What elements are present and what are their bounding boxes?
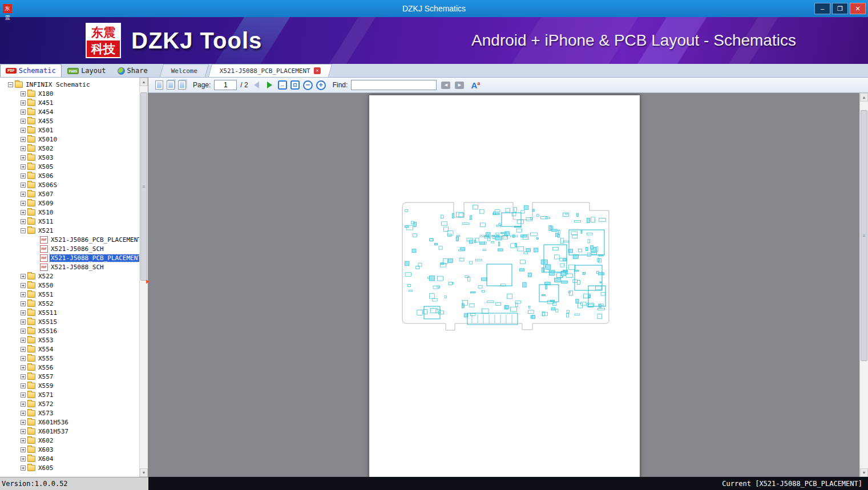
tree-item-folder[interactable]: +X502	[0, 144, 139, 153]
single-page-icon[interactable]	[155, 80, 163, 90]
tree-item-folder[interactable]: +X509	[0, 199, 139, 208]
viewer-scrollbar[interactable]: ▲ ≡ ▼	[859, 93, 868, 477]
expand-icon[interactable]: +	[21, 465, 26, 471]
expand-icon[interactable]: +	[21, 374, 26, 379]
expand-icon[interactable]: +	[21, 155, 26, 160]
expand-icon[interactable]: +	[21, 319, 26, 325]
tree-item-folder[interactable]: +X506	[0, 171, 139, 180]
previous-page-button[interactable]	[254, 82, 259, 88]
tree-item-folder[interactable]: +X573	[0, 408, 139, 418]
collapse-icon[interactable]: −	[8, 82, 13, 87]
tab-share[interactable]: Share	[112, 64, 154, 77]
tree-item-folder[interactable]: +X5010	[0, 135, 139, 144]
next-page-button[interactable]	[267, 82, 272, 88]
expand-icon[interactable]: +	[21, 146, 26, 151]
expand-icon[interactable]: +	[21, 310, 26, 315]
tree-item-folder[interactable]: +X571	[0, 390, 139, 399]
sidebar-scrollbar[interactable]: ▲ ≡ ▼	[139, 78, 148, 477]
expand-icon[interactable]: +	[21, 420, 26, 425]
tab-layout[interactable]: PADS Layout	[62, 64, 112, 77]
tree-item-folder[interactable]: +X604	[0, 454, 139, 463]
maximize-button[interactable]: ❐	[832, 3, 848, 14]
expand-icon[interactable]: +	[21, 383, 26, 388]
fit-page-icon[interactable]: ⊡	[290, 80, 300, 90]
tree-item-folder[interactable]: +X556	[0, 363, 139, 372]
expand-icon[interactable]: +	[21, 201, 26, 206]
expand-icon[interactable]: +	[21, 329, 26, 334]
zoom-out-button[interactable]: −	[303, 80, 313, 90]
tree-item-folder[interactable]: +X602	[0, 436, 139, 445]
doc-tab-placement[interactable]: X521-J5088_PCB_PLACEMENT ✕	[208, 64, 333, 77]
tree-item-folder[interactable]: +X550	[0, 281, 139, 290]
expand-icon[interactable]: +	[21, 274, 26, 279]
tree-item-folder[interactable]: +X572	[0, 399, 139, 408]
tree-item-pdf[interactable]: PDFX521-J5088_SCH	[0, 262, 139, 272]
tree-item-folder[interactable]: +X552	[0, 299, 139, 308]
tree-item-folder[interactable]: +X505	[0, 162, 139, 171]
tree-item-folder[interactable]: +X511	[0, 217, 139, 226]
expand-icon[interactable]: +	[21, 100, 26, 106]
tree-item-folder[interactable]: +X510	[0, 208, 139, 217]
fit-width-icon[interactable]: ↔	[278, 80, 287, 90]
expand-icon[interactable]: +	[21, 356, 26, 361]
scroll-down-icon[interactable]: ▼	[860, 468, 868, 477]
tree-item-folder[interactable]: +X559	[0, 381, 139, 390]
tree-item-folder[interactable]: +X557	[0, 372, 139, 381]
collapse-icon[interactable]: −	[21, 228, 26, 233]
tree-item-folder[interactable]: +X554	[0, 345, 139, 354]
minimize-button[interactable]: –	[814, 3, 830, 14]
expand-icon[interactable]: +	[21, 347, 26, 352]
close-tab-icon[interactable]: ✕	[314, 67, 321, 74]
scroll-up-icon[interactable]: ▲	[860, 93, 868, 102]
tree-item-folder[interactable]: +X551	[0, 290, 139, 299]
facing-pages-icon[interactable]	[167, 80, 175, 90]
scroll-up-icon[interactable]: ▲	[140, 78, 148, 86]
expand-icon[interactable]: +	[21, 301, 26, 306]
tree-item-folder[interactable]: +X5511	[0, 308, 139, 317]
tree-item-folder[interactable]: +X180	[0, 89, 139, 98]
expand-icon[interactable]: +	[21, 292, 26, 297]
tree-item-folder[interactable]: +X506S	[0, 180, 139, 189]
tree-item-folder[interactable]: +X603	[0, 445, 139, 454]
tree-item-folder[interactable]: +X5515	[0, 317, 139, 326]
tree-item-pdf[interactable]: PDFX521-J5088_PCB_PLACEMENT	[0, 253, 139, 262]
tree-root[interactable]: −INFINIX Schematic	[0, 80, 139, 89]
expand-icon[interactable]: +	[21, 173, 26, 179]
tree-item-folder[interactable]: +X454	[0, 107, 139, 116]
expand-icon[interactable]: +	[21, 283, 26, 288]
tree-item-folder[interactable]: +X5516	[0, 326, 139, 335]
tree-item-folder[interactable]: +X605	[0, 463, 139, 472]
expand-icon[interactable]: +	[21, 392, 26, 398]
tree-item-folder[interactable]: +X601H537	[0, 427, 139, 436]
expand-icon[interactable]: +	[21, 110, 26, 115]
close-button[interactable]: ✕	[850, 3, 866, 14]
page-input[interactable]	[214, 80, 237, 90]
tree-item-folder[interactable]: −X521	[0, 226, 139, 235]
font-size-icon[interactable]: Aa	[471, 81, 480, 90]
find-input[interactable]	[351, 80, 437, 90]
find-previous-icon[interactable]: ◀	[441, 82, 450, 89]
find-next-icon[interactable]: ▶	[455, 82, 464, 89]
tree-item-folder[interactable]: +X555	[0, 354, 139, 363]
expand-icon[interactable]: +	[21, 164, 26, 169]
viewer-scroll-thumb[interactable]: ≡	[861, 110, 867, 361]
scroll-down-icon[interactable]: ▼	[140, 468, 148, 477]
sidebar-scroll-thumb[interactable]: ≡	[140, 92, 147, 281]
expand-icon[interactable]: +	[21, 119, 26, 124]
expand-icon[interactable]: +	[21, 411, 26, 416]
expand-icon[interactable]: +	[21, 192, 26, 197]
panel-collapse-icon[interactable]: ►	[145, 278, 151, 284]
expand-icon[interactable]: +	[21, 402, 26, 407]
tree-item-folder[interactable]: +X507	[0, 189, 139, 199]
tree-item-folder[interactable]: +X501	[0, 125, 139, 135]
tree-item-pdf[interactable]: PDFX521-J5086_SCH	[0, 244, 139, 253]
expand-icon[interactable]: +	[21, 128, 26, 133]
pdf-viewer[interactable]: J5088_MAIN_PCB_V1.3 ▲ ≡ ▼	[148, 93, 868, 477]
expand-icon[interactable]: +	[21, 365, 26, 370]
tree-item-folder[interactable]: +X601H536	[0, 418, 139, 427]
expand-icon[interactable]: +	[21, 210, 26, 215]
tab-schematic[interactable]: PDF Schematic	[0, 64, 62, 77]
tree-item-folder[interactable]: +X553	[0, 335, 139, 345]
tree-item-pdf[interactable]: PDFX521-J5086_PCB_PLACEMENT	[0, 235, 139, 244]
expand-icon[interactable]: +	[21, 447, 26, 452]
